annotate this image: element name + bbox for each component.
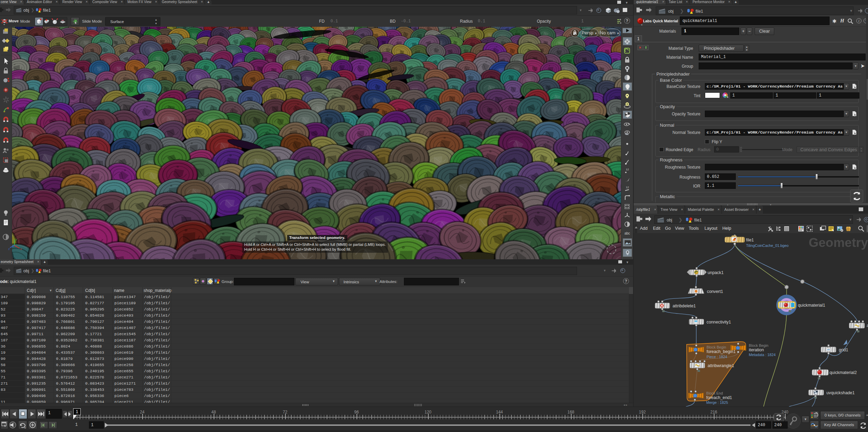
svg-text:y: y [15,238,17,241]
svg-text:Geometry: Geometry [809,236,868,250]
svg-text:12: 12 [626,186,629,189]
svg-text:Merge : 1825: Merge : 1825 [706,400,728,405]
svg-text:connectivity1: connectivity1 [707,320,731,325]
svg-text:file1: file1 [746,238,754,242]
svg-text:iteration: iteration [749,348,764,352]
svg-text:foreach_end1: foreach_end1 [706,395,732,400]
svg-text:TilingCoinCache_01.bgeo: TilingCoinCache_01.bgeo [746,243,789,248]
svg-text:Metadata : 1824: Metadata : 1824 [749,353,776,357]
svg-text:Block Begin: Block Begin [749,343,768,348]
svg-text:attribwrangle1: attribwrangle1 [708,363,734,368]
svg-text:quickmaterial2: quickmaterial2 [830,370,857,375]
svg-text:Block End: Block End [706,391,723,395]
svg-text:quickmaterial1: quickmaterial1 [798,303,825,308]
svg-text:12: 12 [626,168,629,171]
svg-text:Piece : 1824: Piece : 1824 [707,355,727,359]
svg-text:uvquickshade1: uvquickshade1 [826,390,855,395]
svg-text:at: at [867,323,868,328]
svg-text:Block Begin: Block Begin [707,345,726,349]
svg-text:z: z [8,247,10,251]
svg-text:unpack1: unpack1 [708,270,724,275]
svg-text:grid1: grid1 [839,348,848,352]
svg-text:attribdelete1: attribdelete1 [673,304,696,308]
svg-text:x: x [20,247,22,251]
svg-text:convert1: convert1 [707,289,723,294]
svg-text:abc: abc [624,231,630,235]
